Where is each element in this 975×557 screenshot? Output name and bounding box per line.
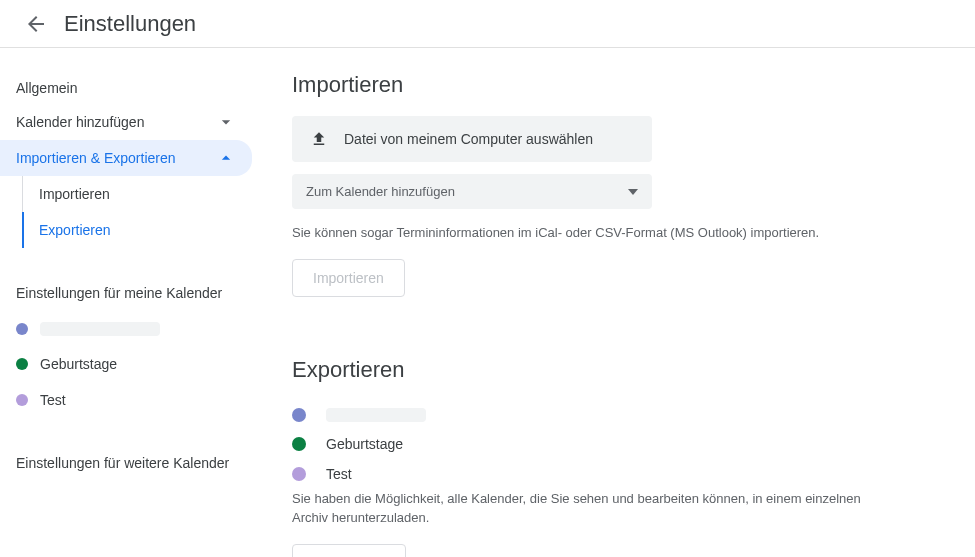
button-label: Importieren	[313, 270, 384, 286]
sidebar-item-general[interactable]: Allgemein	[0, 72, 252, 104]
sidebar-calendar-item[interactable]: Test	[0, 382, 260, 418]
calendar-color-dot	[292, 408, 306, 422]
export-section-title: Exportieren	[292, 357, 868, 383]
main-content: Importieren Datei von meinem Computer au…	[260, 48, 900, 557]
header: Einstellungen	[0, 0, 975, 48]
export-calendar-row: Test	[292, 459, 868, 489]
sidebar-calendar-item[interactable]	[0, 312, 260, 346]
arrow-left-icon	[24, 12, 48, 36]
calendar-label-redacted	[40, 322, 160, 336]
calendar-label: Geburtstage	[326, 436, 403, 452]
chevron-down-icon	[216, 112, 236, 132]
export-button[interactable]: Exportieren	[292, 544, 406, 558]
sidebar-item-import-export[interactable]: Importieren & Exportieren	[0, 140, 252, 176]
import-button[interactable]: Importieren	[292, 259, 405, 297]
sidebar-item-label: Importieren & Exportieren	[16, 150, 176, 166]
calendar-color-dot	[292, 467, 306, 481]
sidebar-item-label: Importieren	[39, 186, 110, 202]
sidebar-subitems: Importieren Exportieren	[22, 176, 260, 248]
calendar-color-dot	[16, 394, 28, 406]
sidebar-item-label: Allgemein	[16, 80, 77, 96]
file-select-button[interactable]: Datei von meinem Computer auswählen	[292, 116, 652, 162]
sidebar-subitem-import[interactable]: Importieren	[23, 176, 260, 212]
sidebar-item-add-calendar[interactable]: Kalender hinzufügen	[0, 104, 252, 140]
file-select-label: Datei von meinem Computer auswählen	[344, 131, 593, 147]
dropdown-triangle-icon	[628, 187, 638, 197]
export-calendar-row	[292, 401, 868, 429]
calendar-select-dropdown[interactable]: Zum Kalender hinzufügen	[292, 174, 652, 209]
calendar-label-redacted	[326, 408, 426, 422]
calendar-color-dot	[16, 358, 28, 370]
calendar-label: Geburtstage	[40, 356, 117, 372]
chevron-up-icon	[216, 148, 236, 168]
calendar-label: Test	[40, 392, 66, 408]
sidebar-calendar-item[interactable]: Geburtstage	[0, 346, 260, 382]
upload-icon	[310, 130, 328, 148]
sidebar-item-label: Exportieren	[39, 222, 111, 238]
page-title: Einstellungen	[64, 11, 196, 37]
sidebar-section-other-calendars: Einstellungen für weitere Kalender	[0, 446, 260, 482]
select-label: Zum Kalender hinzufügen	[306, 184, 455, 199]
calendar-color-dot	[16, 323, 28, 335]
sidebar-subitem-export[interactable]: Exportieren	[23, 212, 260, 248]
export-calendar-row: Geburtstage	[292, 429, 868, 459]
export-hint-text: Sie haben die Möglichkeit, alle Kalender…	[292, 489, 868, 528]
calendar-label: Test	[326, 466, 352, 482]
sidebar-item-label: Kalender hinzufügen	[16, 114, 144, 130]
sidebar-section-my-calendars: Einstellungen für meine Kalender	[0, 276, 260, 312]
calendar-color-dot	[292, 437, 306, 451]
import-section-title: Importieren	[292, 72, 868, 98]
import-hint-text: Sie können sogar Termininformationen im …	[292, 223, 868, 243]
back-button[interactable]	[16, 4, 56, 44]
sidebar: Allgemein Kalender hinzufügen Importiere…	[0, 48, 260, 557]
